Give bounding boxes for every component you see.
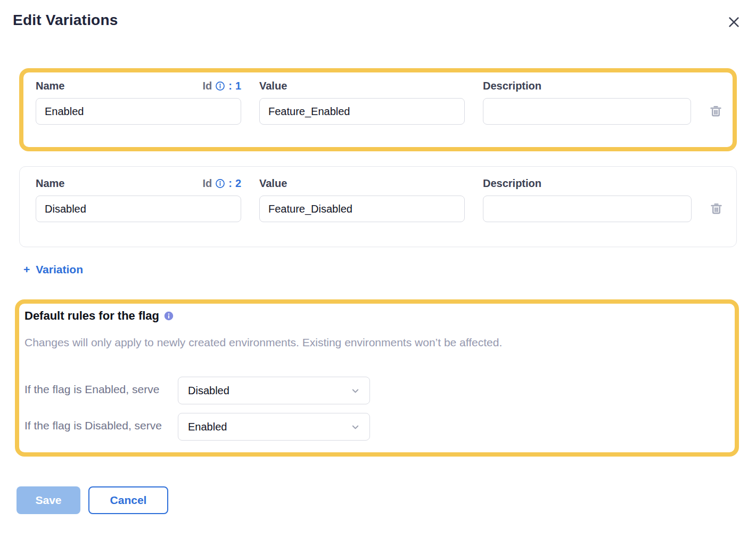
trash-icon xyxy=(710,202,723,215)
dialog-footer: Save Cancel xyxy=(17,486,743,514)
rule-label-enabled: If the flag is Enabled, serve xyxy=(24,377,178,397)
delete-variation-button[interactable] xyxy=(709,104,722,118)
serve-select-disabled-value: Enabled xyxy=(188,421,227,433)
serve-select-enabled-value: Disabled xyxy=(188,385,229,397)
description-field-1: Description xyxy=(483,79,691,125)
description-field-2: Description xyxy=(483,176,692,222)
value-field-1: Value xyxy=(259,79,465,125)
add-variation-label: Variation xyxy=(36,263,83,276)
trash-icon xyxy=(709,104,722,118)
delete-variation-cell xyxy=(710,176,724,217)
id-separator: : xyxy=(228,80,232,92)
name-label: Name xyxy=(36,177,64,190)
id-separator: : xyxy=(228,177,232,190)
variation-value-input[interactable] xyxy=(259,196,465,222)
name-field-2: Name Id : 2 xyxy=(36,176,241,222)
variation-id-badge: Id : 2 xyxy=(202,177,241,190)
value-label: Value xyxy=(259,177,287,190)
dialog-title: Edit Variations xyxy=(13,12,118,29)
cancel-button[interactable]: Cancel xyxy=(88,486,168,514)
description-label: Description xyxy=(483,177,541,190)
description-label: Description xyxy=(483,80,541,92)
info-icon xyxy=(215,81,225,91)
close-icon xyxy=(727,15,741,29)
default-rules-note: Changes will only apply to newly created… xyxy=(24,335,726,350)
variation-value-input[interactable] xyxy=(259,98,465,125)
variation-id-value: 1 xyxy=(235,80,241,92)
dialog-header: Edit Variations xyxy=(13,12,743,31)
value-field-2: Value xyxy=(259,176,465,222)
default-rules-title: Default rules for the flag xyxy=(24,309,159,323)
plus-icon: + xyxy=(23,263,30,276)
variation-card-1: Name Id : 1 Value xyxy=(19,68,737,151)
rule-row-enabled: If the flag is Enabled, serve Disabled xyxy=(24,377,726,404)
variation-description-input[interactable] xyxy=(483,98,691,125)
name-label: Name xyxy=(36,80,64,92)
edit-variations-dialog: Edit Variations Name Id xyxy=(0,0,756,553)
name-field-1: Name Id : 1 xyxy=(36,79,241,125)
chevron-down-icon xyxy=(350,386,360,396)
value-label: Value xyxy=(259,80,287,92)
serve-select-disabled[interactable]: Enabled xyxy=(178,413,370,441)
variation-description-input[interactable] xyxy=(483,196,692,222)
info-icon xyxy=(215,178,225,189)
rule-row-disabled: If the flag is Disabled, serve Enabled xyxy=(24,413,726,441)
variation-name-input[interactable] xyxy=(36,196,241,222)
add-variation-link[interactable]: + Variation xyxy=(23,263,83,276)
variation-id-badge: Id : 1 xyxy=(202,80,241,92)
variation-id-value: 2 xyxy=(235,177,241,190)
rule-label-disabled: If the flag is Disabled, serve xyxy=(24,413,178,434)
info-filled-icon xyxy=(164,311,174,321)
close-button[interactable] xyxy=(725,13,743,31)
variation-name-input[interactable] xyxy=(36,98,241,125)
variation-card-2: Name Id : 2 Value xyxy=(19,166,737,247)
delete-variation-button[interactable] xyxy=(710,202,723,215)
save-button[interactable]: Save xyxy=(17,486,80,514)
default-rules-section: Default rules for the flag Changes will … xyxy=(15,299,739,457)
serve-select-enabled[interactable]: Disabled xyxy=(178,377,370,404)
chevron-down-icon xyxy=(350,422,360,432)
delete-variation-cell xyxy=(709,79,723,120)
